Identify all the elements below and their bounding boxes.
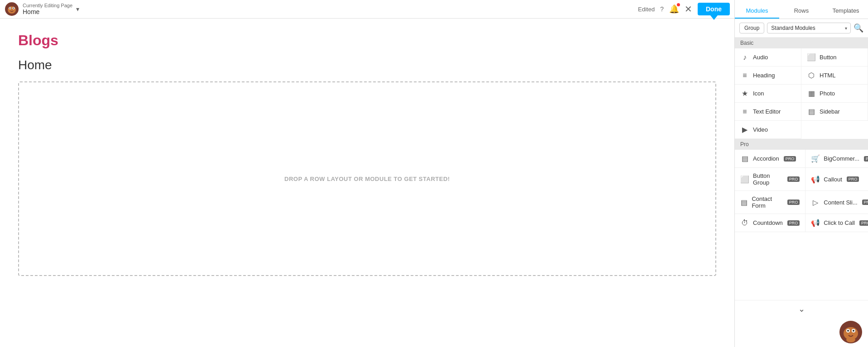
editing-label: Currently Editing Page [23,3,72,8]
svg-point-1 [8,6,16,14]
logo-icon [5,2,19,16]
accordion-pro-badge: PRO [784,156,796,162]
module-text-editor[interactable]: ≡ Text Editor [735,103,801,121]
heading-icon: ≡ [740,71,749,80]
module-button-group[interactable]: ⬜ Button Group PRO [735,168,805,191]
accordion-icon: ▤ [740,154,749,163]
module-content-slider-label: Content Sli... [824,199,857,206]
button-group-icon: ⬜ [740,175,749,184]
module-icon[interactable]: ★ Icon [735,85,801,103]
scroll-down-button[interactable]: ⌄ [798,304,805,314]
editing-page: Home [23,8,72,15]
right-panel: Modules Rows Templates Group Standard Mo… [734,0,868,347]
module-video[interactable]: ▶ Video [735,121,801,139]
top-bar: Currently Editing Page Home ▾ Edited ? 🔔… [0,0,734,19]
countdown-pro-badge: PRO [787,220,800,226]
module-audio[interactable]: ♪ Audio [735,48,801,67]
svg-point-11 [853,330,854,332]
bigcommerce-pro-badge: PRO [864,156,868,162]
panel-bottom: ⌄ [735,300,868,318]
svg-point-5 [13,8,14,9]
module-callout-label: Callout [824,176,842,183]
photo-icon: ▦ [807,89,816,98]
dropdown-arrow-button[interactable]: ▾ [76,5,79,13]
module-content-slider[interactable]: ▷ Content Sli... PRO [805,191,868,214]
module-accordion[interactable]: ▤ Accordion PRO [735,150,805,168]
svg-point-10 [847,330,849,332]
done-wrapper: Done [698,3,730,15]
content-slider-pro-badge: PRO [862,200,868,205]
module-callout[interactable]: 📢 Callout PRO [805,168,868,191]
module-audio-label: Audio [753,54,768,61]
module-button[interactable]: ⬜ Button [801,48,868,67]
module-bigcommerce-label: BigCommer... [824,155,859,162]
callout-pro-badge: PRO [847,176,859,182]
module-heading[interactable]: ≡ Heading [735,67,801,85]
button-group-pro-badge: PRO [787,176,800,182]
pro-section-label: Pro [735,139,868,150]
basic-section-label: Basic [735,38,868,48]
panel-tabs: Modules Rows Templates [735,0,868,19]
content-slider-icon: ▷ [811,198,820,207]
contact-form-pro-badge: PRO [787,200,800,205]
svg-point-12 [846,337,855,342]
module-html[interactable]: ⬡ HTML [801,67,868,85]
group-button[interactable]: Group [739,23,764,33]
click-to-call-pro-badge: PRO [859,220,868,226]
audio-icon: ♪ [740,53,749,62]
tab-templates[interactable]: Templates [824,4,868,19]
contact-form-icon: ▤ [740,198,748,207]
module-html-label: HTML [820,72,835,79]
search-modules-button[interactable]: 🔍 [854,23,863,33]
edited-label: Edited [638,6,655,13]
text-editor-icon: ≡ [740,108,749,116]
bigcommerce-icon: 🛒 [811,154,820,163]
mascot-area [735,318,868,347]
module-photo[interactable]: ▦ Photo [801,85,868,103]
sidebar-icon: ▤ [807,107,816,116]
help-icon-button[interactable]: ? [660,5,664,13]
icon-icon: ★ [740,89,749,98]
html-icon: ⬡ [807,71,816,80]
module-click-to-call[interactable]: 📢 Click to Call PRO [805,214,868,232]
notification-bell[interactable]: 🔔 [669,4,679,14]
module-countdown-label: Countdown [753,219,783,226]
editing-info: Currently Editing Page Home [23,3,72,15]
module-contact-form[interactable]: ▤ Contact Form PRO [735,191,805,214]
module-icon-label: Icon [753,90,764,97]
tab-rows[interactable]: Rows [779,4,824,19]
svg-point-4 [10,8,10,9]
home-subtitle: Home [18,58,716,72]
close-button[interactable]: ✕ [685,4,692,14]
top-bar-right: Edited ? 🔔 ✕ Done [638,3,730,15]
module-video-label: Video [753,126,768,133]
drop-zone[interactable]: DROP A ROW LAYOUT OR MODULE TO GET START… [18,81,716,276]
pro-module-grid: ▤ Accordion PRO 🛒 BigCommer... PRO ⬜ But… [735,150,868,232]
module-type-dropdown[interactable]: Standard Modules Custom Modules [767,23,851,33]
tab-modules[interactable]: Modules [735,4,779,19]
module-text-editor-label: Text Editor [753,108,781,115]
video-icon: ▶ [740,125,749,134]
mascot-image [839,320,863,345]
module-list-scroll: Basic ♪ Audio ⬜ Button ≡ Heading ⬡ HTML … [735,38,868,300]
callout-icon: 📢 [811,175,820,184]
module-contact-form-label: Contact Form [752,195,782,209]
basic-module-grid: ♪ Audio ⬜ Button ≡ Heading ⬡ HTML ★ Icon… [735,48,868,139]
module-button-label: Button [820,54,837,61]
panel-filter-row: Group Standard Modules Custom Modules ▾ … [735,19,868,38]
module-countdown[interactable]: ⏱ Countdown PRO [735,214,805,232]
notification-dot [677,3,680,6]
module-heading-label: Heading [753,72,775,79]
done-button[interactable]: Done [698,3,730,15]
module-accordion-label: Accordion [753,155,779,162]
countdown-icon: ⏱ [740,219,749,227]
module-bigcommerce[interactable]: 🛒 BigCommer... PRO [805,150,868,168]
page-content: Blogs Home DROP A ROW LAYOUT OR MODULE T… [0,19,734,347]
module-button-group-label: Button Group [753,172,783,186]
top-bar-left: Currently Editing Page Home ▾ [5,2,79,16]
module-dropdown-wrapper: Standard Modules Custom Modules ▾ [767,23,851,33]
module-photo-label: Photo [820,90,835,97]
click-to-call-icon: 📢 [811,219,820,227]
done-pointer [710,15,718,20]
module-sidebar[interactable]: ▤ Sidebar [801,103,868,121]
